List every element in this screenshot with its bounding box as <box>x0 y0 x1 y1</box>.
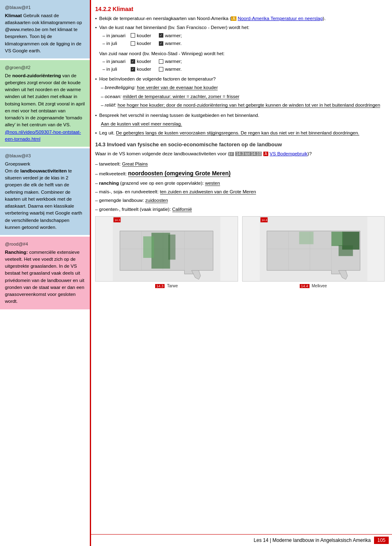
map-tarwe-svg: 14.3 <box>96 217 238 281</box>
note-box-3: @blauw@#3 Groepswerk Om de landbouwactiv… <box>0 148 90 235</box>
check-row-2a: – in januari kouder warmer; <box>102 58 249 65</box>
klimaat-content: • Bekijk de temperatuur-en neerslagkaart… <box>95 15 385 136</box>
note-content-4: Ranching: commerciële extensieve veeteel… <box>5 249 85 305</box>
factor-breedteligging: – breedteligging: hoe verder van de even… <box>101 84 380 91</box>
section-klimaat: 14.2.2 Klimaat • Bekijk de temperatuur-e… <box>95 6 385 136</box>
factor-oceaan: – oceaan: mildert de temperatuur: winter… <box>101 93 380 100</box>
check-juli-kouder-1 <box>131 41 135 46</box>
footer-text: Les 14 | Moderne landbouw in Angelsaksis… <box>254 537 371 543</box>
sidebar: @blauw@#1 Klimaat Gebruik naast de atlas… <box>0 0 90 546</box>
maps-row: 14.3 14.3 Tarwe <box>95 216 385 289</box>
factor-relief: – reliëf: hoe hoger hoe kouder; door de … <box>101 101 380 109</box>
activity-ranching: – ranching (grazend vee op een grote opp… <box>95 179 385 187</box>
activity-tarweteelt: – tarweteelt: Great Plains <box>95 160 385 168</box>
bullet-neerslag: • Bespreek het verschil in neerslag tuss… <box>95 112 385 128</box>
section-title-klimaat: 14.2.2 Klimaat <box>95 6 385 12</box>
handle-2: @groen@#2 <box>5 64 85 71</box>
handle-3: @blauw@#3 <box>5 152 85 159</box>
svg-rect-18 <box>299 232 313 244</box>
map-melkvee-container: 14.4 14.4 Melkvee <box>242 216 385 289</box>
svg-text:14.4: 14.4 <box>261 219 267 222</box>
page-number: 105 <box>374 537 389 544</box>
check-juli-warmer-2 <box>159 67 163 72</box>
leg-uit: • Leg uit. De gebergtes langs de kusten … <box>95 129 385 136</box>
activity-mais: – maïs-, soja- en rundveeteelt: ten zuid… <box>95 188 385 195</box>
svg-rect-6 <box>143 236 154 258</box>
check-januari-warmer-1 <box>159 33 163 38</box>
bullet-1: • Bekijk de temperatuur-en neerslagkaart… <box>95 15 385 22</box>
page-footer: Les 14 | Moderne landbouw in Angelsaksis… <box>91 534 392 546</box>
section-title-landbouw: 14.3 Invloed van fysische en socio-econo… <box>95 141 385 148</box>
svg-rect-5 <box>151 233 170 269</box>
svg-rect-7 <box>168 235 176 260</box>
link-tornado[interactable]: @nos.nl/video/509307-hoe-ontstaat-een-to… <box>5 130 81 141</box>
landbouw-question: Waar in de VS komen volgende deze landbo… <box>95 150 385 157</box>
svg-rect-16 <box>331 232 343 246</box>
check-juli-warmer-1 <box>159 41 163 46</box>
map-melkvee-svg: 14.4 <box>243 217 385 281</box>
bullet-2: • Van de kust naar het binnenland (bv. S… <box>95 24 385 73</box>
check-row-2b: – in juli kouder warmer. <box>102 65 249 73</box>
check-row-1b: – in juli kouder warmer. <box>102 40 249 47</box>
activity-groenten: – groenten-, fruitteelt (vaak irrigatie)… <box>95 206 385 213</box>
note-content-3: Groepswerk Om de landbouwactiviteiten te… <box>5 161 85 231</box>
section-landbouw: 14.3 Invloed van fysische en socio-econo… <box>95 141 385 289</box>
landbouw-content: Waar in de VS komen volgende deze landbo… <box>95 150 385 289</box>
bullet-factoren: • Hoe beïnvloeden de volgende factoren d… <box>95 75 385 110</box>
note-content-2: De noord-zuidoriëntering van de gebergte… <box>5 72 85 143</box>
handle-4: @rood@#4 <box>5 241 85 248</box>
map-melkvee: 14.4 <box>242 216 385 282</box>
svg-rect-17 <box>339 245 353 256</box>
note-box-1: @blauw@#1 Klimaat Gebruik naast de atlas… <box>0 0 90 58</box>
main-content: 14.2.2 Klimaat • Bekijk de temperatuur-e… <box>90 0 392 546</box>
check-januari-kouder-1 <box>131 33 135 38</box>
activity-gemengde: – gemengde landbouw: zuidoosten <box>95 197 385 204</box>
handle-1: @blauw@#1 <box>5 4 85 11</box>
note-box-4: @rood@#4 Ranching: commerciële extensiev… <box>0 237 90 309</box>
map-tarwe-label: 14.3 Tarwe <box>95 283 238 289</box>
svg-text:14.3: 14.3 <box>114 219 120 222</box>
map-melkvee-label: 14.4 Melkvee <box>242 283 385 289</box>
check-januari-kouder-2 <box>131 59 135 64</box>
map-tarwe: 14.3 <box>95 216 238 282</box>
map-tarwe-container: 14.3 14.3 Tarwe <box>95 216 238 289</box>
check-januari-warmer-2 <box>159 59 163 64</box>
note-box-2: @groen@#2 De noord-zuidoriëntering van d… <box>0 60 90 147</box>
check-juli-kouder-2 <box>131 67 135 72</box>
note-content-1: Klimaat Gebruik naast de atlaskaarten oo… <box>5 12 85 55</box>
activity-melkveeteelt: – melkveeteelt: noordoosten (omgeving Gr… <box>95 169 385 178</box>
check-row-1a: – in januari kouder warmer; <box>102 32 249 39</box>
